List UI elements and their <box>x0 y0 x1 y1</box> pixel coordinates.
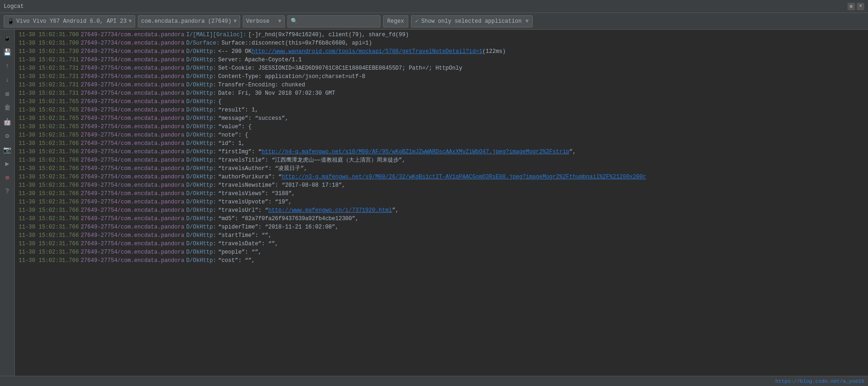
sidebar-trash-icon[interactable]: 🗑 <box>1 101 14 114</box>
sidebar-run-icon[interactable]: ▶ <box>1 157 14 170</box>
log-pid: 27649-27754/com.encdata.pandora <box>81 198 184 206</box>
log-pid: 27649-27754/com.encdata.pandora <box>81 98 184 106</box>
sidebar-stop-icon[interactable]: ⊘ <box>1 171 14 184</box>
settings-btn[interactable]: ⚙ <box>848 3 855 10</box>
search-box[interactable]: 🔍 <box>287 15 380 27</box>
log-line-7: 11-30 15:02:31.731 27649-27754/com.encda… <box>15 89 868 98</box>
log-timestamp: 11-30 15:02:31.766 <box>19 248 79 256</box>
log-pid: 27649-27754/com.encdata.pandora <box>81 173 184 181</box>
log-content: “note”: { <box>218 131 248 139</box>
log-line-21: 11-30 15:02:31.766 27649-27754/com.encda… <box>15 206 868 215</box>
sidebar-camera-icon[interactable]: 📷 <box>1 143 14 156</box>
log-pid: 27649-27754/com.encdata.pandora <box>81 156 184 164</box>
log-pid: 27649-27754/com.encdata.pandora <box>81 81 184 89</box>
log-tag: D/OkHttp: <box>186 89 216 98</box>
log-timestamp: 11-30 15:02:31.731 <box>19 64 79 72</box>
sidebar-device-icon[interactable]: 📱 <box>1 32 14 45</box>
titlebar-right: ⚙ × <box>848 3 864 10</box>
app-title: Logcat <box>4 3 24 10</box>
log-tag: D/OkHttp: <box>186 256 216 265</box>
log-pid: 27649-27754/com.encdata.pandora <box>81 131 184 139</box>
log-tag: D/OkHttp: <box>186 223 216 231</box>
log-timestamp: 11-30 15:02:31.766 <box>19 256 79 265</box>
titlebar: Logcat ⚙ × <box>0 0 868 13</box>
log-timestamp: 11-30 15:02:31.766 <box>19 173 79 181</box>
log-tag: D/OkHttp: <box>186 156 216 164</box>
log-timestamp: 11-30 15:02:31.730 <box>19 47 79 56</box>
log-line-16: 11-30 15:02:31.766 27649-27754/com.encda… <box>15 164 868 173</box>
log-tag: D/OkHttp: <box>186 215 216 223</box>
log-timestamp: 11-30 15:02:31.766 <box>19 223 79 231</box>
log-tag: D/Surface: <box>186 39 220 47</box>
log-pid: 27649-27754/com.encdata.pandora <box>81 64 184 72</box>
log-content: Server: Apache-Coyote/1.1 <box>218 56 302 64</box>
search-input[interactable] <box>300 18 374 25</box>
log-line-8: 11-30 15:02:31.765 27649-27754/com.encda… <box>15 98 868 106</box>
sidebar-settings-icon[interactable]: ⚙ <box>1 129 14 142</box>
log-line-4: 11-30 15:02:31.731 27649-27754/com.encda… <box>15 64 868 72</box>
log-timestamp: 11-30 15:02:31.731 <box>19 72 79 81</box>
log-tag: D/OkHttp: <box>186 56 216 64</box>
sidebar-filter-icon[interactable]: ⊞ <box>1 87 14 100</box>
sidebar-down-icon[interactable]: ↓ <box>1 73 14 86</box>
log-link[interactable]: http://n3-q.mafengwo.net/s9/M00/26/32/wK… <box>282 173 646 181</box>
log-tag: D/OkHttp: <box>186 231 216 240</box>
log-area[interactable]: 11-30 15:02:31.700 27649-27734/com.encda… <box>15 30 868 376</box>
log-content: “authorPurikura”: “ <box>218 173 282 181</box>
log-timestamp: 11-30 15:02:31.765 <box>19 114 79 123</box>
log-pid: 27649-27734/com.encdata.pandora <box>81 31 184 39</box>
log-line-12: 11-30 15:02:31.765 27649-27754/com.encda… <box>15 131 868 139</box>
log-content: Set-Cookie: JSESSIONID=3AED6D90761C8C1E1… <box>218 64 463 72</box>
show-selected-button[interactable]: ✓ Show only selected application ▼ <box>411 15 533 27</box>
log-tag: D/OkHttp: <box>186 181 216 190</box>
log-tag: D/OkHttp: <box>186 106 216 114</box>
log-link[interactable]: http://www.wanandroid.com/tools/mockapi/… <box>252 47 483 56</box>
log-content: “value”: { <box>218 123 252 131</box>
log-content: “travelsTitle”: “江西鹰潭龙虎山——道教祖庭（大上清宫）周末徒步… <box>218 156 405 164</box>
regex-label: Regex <box>387 18 404 25</box>
log-line-11: 11-30 15:02:31.765 27649-27754/com.encda… <box>15 123 868 131</box>
log-link[interactable]: http://n4-q.mafengwo.net/s10/M00/AF/95/w… <box>261 148 569 156</box>
sidebar-help-icon[interactable]: ? <box>1 185 14 198</box>
log-pid: 27649-27754/com.encdata.pandora <box>81 56 184 64</box>
log-timestamp: 11-30 15:02:31.766 <box>19 206 79 215</box>
log-timestamp: 11-30 15:02:31.700 <box>19 31 79 39</box>
log-timestamp: 11-30 15:02:31.766 <box>19 240 79 248</box>
log-tag: D/OkHttp: <box>186 114 216 123</box>
regex-button[interactable]: Regex <box>383 15 408 27</box>
device-label: Vivo Vivo Y67 Android 6.0, API 23 <box>16 18 127 25</box>
log-content: “travelsViews”: “3188”, <box>218 190 295 198</box>
statusbar: https://blog.csdn.net/a_yue10 <box>0 376 868 386</box>
log-content: “firstImg”: “ <box>218 148 262 156</box>
log-pid: 27649-27754/com.encdata.pandora <box>81 256 184 265</box>
log-tag: D/OkHttp: <box>186 190 216 198</box>
log-tag: D/OkHttp: <box>186 173 216 181</box>
log-timestamp: 11-30 15:02:31.766 <box>19 156 79 164</box>
device-icon-small: 📱 <box>7 18 14 25</box>
log-timestamp: 11-30 15:02:31.765 <box>19 123 79 131</box>
sidebar-up-icon[interactable]: ↑ <box>1 59 14 72</box>
log-pid: 27649-27754/com.encdata.pandora <box>81 72 184 81</box>
log-timestamp: 11-30 15:02:31.765 <box>19 98 79 106</box>
verbose-selector[interactable]: Verbose ▼ <box>243 15 285 27</box>
sidebar-save-icon[interactable]: 💾 <box>1 46 14 59</box>
log-content: Content-Type: application/json;charset=u… <box>218 72 365 81</box>
log-timestamp: 11-30 15:02:31.766 <box>19 231 79 240</box>
log-line-25: 11-30 15:02:31.766 27649-27754/com.encda… <box>15 240 868 248</box>
app-selector[interactable]: com.encdata.pandora (27649) ▼ <box>138 15 240 27</box>
device-selector[interactable]: 📱 Vivo Vivo Y67 Android 6.0, API 23 ▼ <box>4 15 135 27</box>
log-content: “cost”: “”, <box>218 256 255 265</box>
app-arrow-icon: ▼ <box>234 18 237 25</box>
log-pid: 27649-27754/com.encdata.pandora <box>81 106 184 114</box>
sidebar-android-icon[interactable]: 🤖 <box>1 115 14 128</box>
close-btn[interactable]: × <box>857 3 864 10</box>
log-pid: 27649-27754/com.encdata.pandora <box>81 190 184 198</box>
log-link[interactable]: http://www.mafengwo.cn/i/7371920.html <box>268 206 392 215</box>
log-timestamp: 11-30 15:02:31.765 <box>19 131 79 139</box>
log-tag: I/[MALI][Gralloc]: <box>186 31 247 39</box>
log-pid: 27649-27754/com.encdata.pandora <box>81 164 184 173</box>
log-content: “people”: “”, <box>218 248 262 256</box>
log-tag: D/OkHttp: <box>186 139 216 148</box>
log-pid: 27649-27754/com.encdata.pandora <box>81 123 184 131</box>
log-tag: D/OkHttp: <box>186 72 216 81</box>
